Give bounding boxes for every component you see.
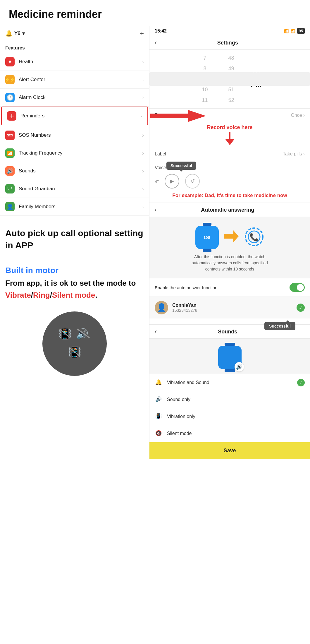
menu-item-family-members[interactable]: 👤 Family Members › bbox=[0, 198, 149, 216]
sound-option-sound-only[interactable]: 🔊 Sound only bbox=[149, 391, 310, 408]
features-section-header: Features bbox=[0, 41, 149, 53]
sound-guardian-icon: 🛡 bbox=[5, 184, 15, 193]
menu-item-alert-center[interactable]: ⚡⚡ Alert Center › bbox=[0, 71, 149, 89]
watch-sound-illustration: 🔊 bbox=[149, 339, 310, 374]
alert-center-chevron: › bbox=[142, 77, 144, 83]
settings-title: Settings bbox=[161, 40, 294, 46]
hour-8: 8 bbox=[192, 64, 218, 73]
menu-item-reminders[interactable]: ＋ Reminders › bbox=[1, 107, 148, 125]
sound-only-label: Sound only bbox=[167, 397, 305, 402]
family-members-chevron: › bbox=[142, 204, 144, 210]
voice-note-area: Voice note Successful 4'' ▶ ↺ bbox=[149, 161, 310, 193]
vibrate-strikethrough-icon: 📳 bbox=[58, 327, 71, 342]
min-51: 51 bbox=[218, 85, 244, 94]
record-voice-annotation: Record voice here bbox=[149, 122, 310, 131]
alarm-clock-icon: 🕐 bbox=[5, 93, 15, 102]
bell-icon: 🔔 bbox=[5, 30, 13, 37]
family-members-label: Family Members bbox=[19, 204, 142, 210]
enable-auto-answer-row: Enable the auto answer function bbox=[149, 278, 310, 297]
am-option[interactable]: AM bbox=[252, 69, 260, 78]
alarm-clock-label: Alarm Clock bbox=[19, 95, 142, 100]
enable-label: Enable the auto answer function bbox=[155, 285, 217, 290]
vibrate-mode: Vibrate bbox=[5, 291, 31, 299]
sos-label: SOS Numbers bbox=[19, 132, 142, 138]
sound-option-silent-mode[interactable]: 🔇 Silent mode bbox=[149, 425, 310, 442]
settings-nav: ‹ Settings bbox=[149, 36, 310, 50]
status-time: 15:42 bbox=[155, 28, 167, 34]
label-row[interactable]: Label Take pills › bbox=[149, 147, 310, 161]
status-icons: 📶 📶 95 bbox=[284, 28, 305, 34]
avatar-face-icon: 👤 bbox=[156, 303, 167, 313]
menu-item-sound-guardian[interactable]: 🛡 Sound Guardian › bbox=[0, 180, 149, 198]
example-text: For example: Dad, it's time to take medi… bbox=[149, 193, 310, 203]
voice-duration: 4'' bbox=[155, 179, 159, 184]
voice-tooltip: Successful bbox=[166, 162, 196, 170]
hour-6: 6 bbox=[192, 50, 218, 52]
menu-item-sounds[interactable]: 🔊 Sounds › bbox=[0, 162, 149, 180]
svg-marker-9 bbox=[224, 230, 239, 242]
main-layout: 🔔 Y6 ▾ + Features ♥ Health › ⚡⚡ Alert Ce… bbox=[0, 26, 310, 459]
add-button[interactable]: + bbox=[140, 29, 144, 37]
sos-icon: SOS bbox=[5, 131, 15, 140]
menu-item-sos-numbers[interactable]: SOS SOS Numbers › bbox=[0, 126, 149, 144]
repeat-value: Once › bbox=[291, 113, 305, 118]
health-icon: ♥ bbox=[5, 57, 15, 66]
save-button[interactable]: Save bbox=[149, 442, 310, 459]
time-picker[interactable]: 6 7 8 9 10 11 12 47 48 49 50 51 52 53 bbox=[149, 50, 310, 108]
minutes-column[interactable]: 47 48 49 50 51 52 53 bbox=[218, 50, 244, 108]
motor-title: Built in motor bbox=[5, 266, 144, 275]
menu-item-health[interactable]: ♥ Health › bbox=[0, 53, 149, 71]
silent-mode-icon: 🔇 bbox=[155, 429, 163, 438]
min-53: 53 bbox=[218, 106, 244, 108]
auto-answer-back-button[interactable]: ‹ bbox=[155, 206, 157, 214]
signal-icon: 📶 bbox=[284, 29, 289, 33]
menu-item-alarm-clock[interactable]: 🕐 Alarm Clock › bbox=[0, 89, 149, 107]
sounds-icon: 🔊 bbox=[5, 166, 15, 176]
watch-arrow-row: 10S 📞 bbox=[195, 226, 264, 249]
auto-answer-nav: ‹ Automatic answering bbox=[149, 203, 310, 217]
contact-tooltip: Successful bbox=[264, 322, 295, 330]
contact-avatar: 👤 bbox=[155, 301, 168, 314]
sounds-back-button[interactable]: ‹ bbox=[155, 328, 157, 335]
pm-option-selected[interactable]: PM bbox=[251, 80, 261, 89]
watch-description: After this function is enabled, the watc… bbox=[189, 254, 271, 272]
record-arrow-icon bbox=[149, 131, 310, 147]
hour-7: 7 bbox=[192, 53, 218, 63]
auto-pickup-section: Auto pick up call optional setting in AP… bbox=[0, 216, 149, 257]
family-members-icon: 👤 bbox=[5, 202, 15, 211]
sound-option-vibration-only[interactable]: 📳 Vibration only bbox=[149, 408, 310, 425]
status-bar: 15:42 📶 📶 95 bbox=[149, 26, 310, 36]
voice-controls: Successful 4'' ▶ ↺ bbox=[155, 174, 305, 189]
silent-mode-label: Silent mode bbox=[167, 431, 305, 436]
menu-item-tracking-frequency[interactable]: 📶 Tracking Frequency › bbox=[0, 144, 149, 162]
contact-row: 👤 ConnieYan 15323413278 ✓ Successful bbox=[149, 297, 310, 318]
min-47: 47 bbox=[218, 50, 244, 52]
sound-option-vibration-and-sound[interactable]: 🔔 Vibration and Sound ✓ bbox=[149, 374, 310, 391]
watch-illustration: 10S 📞 After this function is bbox=[149, 217, 310, 278]
auto-answer-toggle[interactable] bbox=[290, 283, 305, 292]
sound-badge-icon: 🔊 bbox=[235, 362, 244, 371]
watch-sound-image: 🔊 bbox=[218, 346, 242, 369]
tracking-frequency-chevron: › bbox=[142, 150, 144, 156]
svg-text:🔊: 🔊 bbox=[155, 396, 162, 402]
mute-bottom-row: 📳 bbox=[68, 345, 81, 361]
svg-text:📞: 📞 bbox=[249, 232, 259, 242]
sound-guardian-chevron: › bbox=[142, 186, 144, 192]
ampm-column[interactable]: AM PM bbox=[244, 50, 268, 108]
play-button[interactable]: ▶ bbox=[165, 174, 179, 189]
back-button[interactable]: ‹ bbox=[155, 39, 157, 47]
vibration-sound-icon: 🔔 bbox=[155, 378, 163, 387]
sos-chevron: › bbox=[142, 132, 144, 138]
repeat-chevron: › bbox=[303, 113, 305, 118]
hours-column[interactable]: 6 7 8 9 10 11 12 bbox=[192, 50, 218, 108]
vibrate2-icon: 📳 bbox=[68, 345, 81, 361]
reminders-icon: ＋ bbox=[7, 111, 16, 121]
hour-12: 12 bbox=[192, 106, 218, 108]
yellow-arrow-icon bbox=[224, 230, 239, 245]
device-name[interactable]: 🔔 Y6 ▾ bbox=[5, 30, 25, 37]
replay-button[interactable]: ↺ bbox=[185, 174, 200, 189]
motor-section: Built in motor From app, it is ok to set… bbox=[0, 257, 149, 306]
svg-marker-0 bbox=[150, 110, 206, 122]
sounds-chevron: › bbox=[142, 168, 144, 174]
left-column: 🔔 Y6 ▾ + Features ♥ Health › ⚡⚡ Alert Ce… bbox=[0, 26, 149, 459]
